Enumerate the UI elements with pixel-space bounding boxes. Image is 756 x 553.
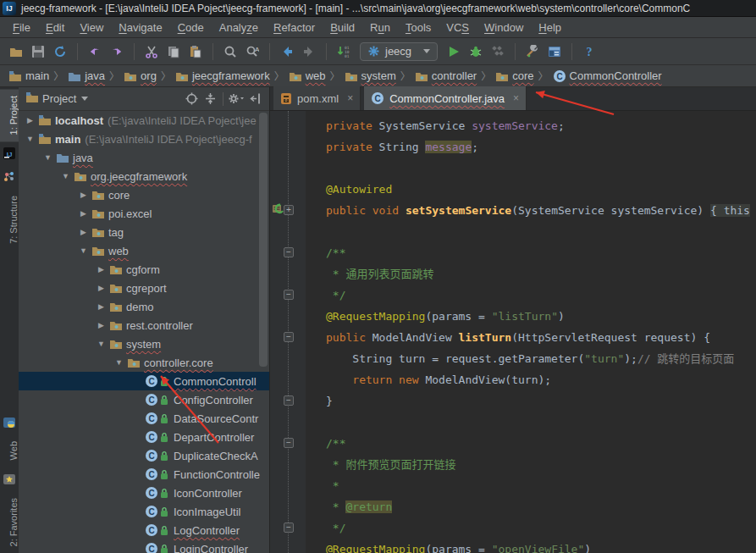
tree-expand-icon[interactable]: ▶: [93, 321, 109, 329]
run-button[interactable]: [443, 41, 465, 63]
fold-collapse-icon[interactable]: −: [284, 523, 294, 533]
column-sort-button[interactable]: 011001: [333, 41, 355, 63]
tab-pom-xml[interactable]: opom.xml×: [273, 86, 361, 110]
tree-row-functioncontrolle[interactable]: CFunctionControlle: [19, 465, 269, 484]
breadcrumb-web[interactable]: web: [289, 69, 326, 82]
tree-expand-icon[interactable]: ▼: [40, 153, 56, 162]
breadcrumb-org[interactable]: org: [124, 69, 157, 82]
forward-button[interactable]: [298, 41, 320, 63]
fold-collapse-icon[interactable]: −: [284, 332, 294, 342]
tree-row-iconimageutil[interactable]: CIconImageUtil: [19, 502, 269, 521]
debug-button[interactable]: [465, 41, 487, 63]
find-button[interactable]: [219, 41, 241, 63]
tree-row-datasourcecontr[interactable]: CDataSourceContr: [19, 409, 269, 428]
tree-row-localhost[interactable]: ▶localhost(E:\java\InteliJ IDEA Poject\j…: [19, 111, 269, 130]
tree-expand-icon[interactable]: ▼: [22, 135, 38, 143]
web-icon[interactable]: [3, 416, 16, 429]
breadcrumb-controller[interactable]: controller: [415, 69, 477, 82]
tree-row-iconcontroller[interactable]: CIconController: [19, 484, 269, 502]
menu-build[interactable]: Build: [323, 17, 362, 38]
menu-view[interactable]: View: [72, 17, 111, 38]
menu-analyze[interactable]: Analyze: [212, 17, 266, 38]
tree-row-cgform[interactable]: ▶cgform: [19, 260, 269, 279]
menu-window[interactable]: Window: [477, 17, 531, 38]
tab-commoncontroller-java[interactable]: CCommonController.java×: [364, 86, 527, 110]
open-button[interactable]: [5, 41, 27, 63]
project-scrollbar[interactable]: [259, 113, 268, 367]
undo-button[interactable]: [84, 41, 106, 63]
menu-run[interactable]: Run: [362, 17, 398, 38]
menu-navigate[interactable]: Navigate: [111, 17, 169, 38]
menu-edit[interactable]: Edit: [38, 17, 72, 38]
editor-body[interactable]: +−−−−−− private SystemService systemServ…: [270, 111, 756, 553]
menu-code[interactable]: Code: [170, 17, 212, 38]
help-button[interactable]: ?: [578, 41, 600, 63]
tree-row-logincontroller[interactable]: CLoginController: [19, 539, 269, 553]
fold-collapse-icon[interactable]: −: [284, 438, 294, 448]
tree-expand-icon[interactable]: ▶: [75, 228, 91, 236]
close-icon[interactable]: ×: [513, 92, 519, 104]
menu-help[interactable]: Help: [531, 17, 569, 38]
tree-row-web[interactable]: ▼web: [19, 241, 269, 260]
tree-expand-icon[interactable]: ▼: [75, 246, 91, 255]
tree-row-main[interactable]: ▼main(E:\java\InteliJ IDEA Poject\jeecg-…: [19, 130, 269, 148]
close-icon[interactable]: ×: [347, 92, 353, 104]
structure-icon[interactable]: [3, 170, 16, 184]
save-button[interactable]: [27, 41, 49, 63]
intellij-logo-icon[interactable]: IJ: [3, 147, 16, 160]
tree-row-commoncontroll[interactable]: CCommonControll: [19, 372, 269, 390]
settings-button[interactable]: [521, 41, 544, 63]
collapse-all-button[interactable]: [201, 90, 219, 108]
tree-row-rest-controller[interactable]: ▶rest.controller: [19, 316, 269, 335]
chevron-down-icon[interactable]: [81, 97, 88, 101]
hide-panel-button[interactable]: [246, 90, 264, 108]
fold-collapse-icon[interactable]: −: [284, 247, 294, 257]
favorites-icon[interactable]: [3, 473, 16, 486]
breadcrumb-commoncontroller[interactable]: CCommonController: [553, 69, 662, 83]
tree-row-logcontroller[interactable]: CLogController: [19, 521, 269, 539]
spring-bean-icon[interactable]: [272, 203, 285, 217]
coverage-button[interactable]: [487, 41, 509, 63]
replace-button[interactable]: A: [241, 41, 263, 63]
tree-row-configcontroller[interactable]: CConfigController: [19, 390, 269, 409]
menu-vcs[interactable]: VCS: [439, 17, 477, 38]
tool-window-button-structure[interactable]: 7: Structure: [0, 189, 19, 251]
project-structure-button[interactable]: [544, 41, 566, 63]
tree-row-departcontroller[interactable]: CDepartController: [19, 428, 269, 446]
tree-row-tag[interactable]: ▶tag: [19, 223, 269, 241]
tree-expand-icon[interactable]: ▶: [93, 265, 109, 274]
copy-button[interactable]: [163, 41, 185, 63]
project-panel-title[interactable]: Project: [42, 92, 76, 105]
tree-row-system[interactable]: ▼system: [19, 335, 269, 353]
tree-row-demo[interactable]: ▶demo: [19, 297, 269, 316]
fold-collapse-icon[interactable]: −: [284, 395, 294, 406]
tree-expand-icon[interactable]: ▼: [111, 358, 127, 367]
menu-tools[interactable]: Tools: [398, 17, 439, 38]
tree-row-cgreport[interactable]: ▶cgreport: [19, 279, 269, 297]
menu-refactor[interactable]: Refactor: [266, 17, 323, 38]
fold-collapse-icon[interactable]: −: [284, 290, 294, 300]
tool-window-button-project[interactable]: 1: Project: [0, 89, 19, 141]
tree-expand-icon[interactable]: ▶: [93, 302, 109, 311]
cut-button[interactable]: [141, 41, 163, 63]
tree-expand-icon[interactable]: ▶: [75, 209, 91, 218]
tree-row-duplicatechecka[interactable]: CDuplicateCheckA: [19, 446, 269, 465]
locate-button[interactable]: [182, 90, 201, 108]
redo-button[interactable]: [106, 41, 128, 63]
breadcrumb-java[interactable]: java: [68, 69, 105, 82]
tree-row-poi-excel[interactable]: ▶poi.excel: [19, 204, 269, 223]
tree-row-core[interactable]: ▶core: [19, 185, 269, 204]
breadcrumb-system[interactable]: system: [345, 69, 396, 82]
project-views-icon[interactable]: [25, 91, 39, 107]
tree-expand-icon[interactable]: ▶: [93, 284, 109, 292]
gear-dropdown-button[interactable]: [227, 90, 246, 108]
back-button[interactable]: [276, 41, 298, 63]
code-view[interactable]: private SystemService systemService;priv…: [306, 111, 756, 553]
tree-row-org-jeecgframework[interactable]: ▼org.jeecgframework: [19, 167, 269, 185]
breadcrumb-core[interactable]: core: [495, 69, 533, 82]
paste-button[interactable]: [185, 41, 207, 63]
breadcrumb-main[interactable]: main: [8, 69, 49, 82]
tool-window-button-web[interactable]: Web: [0, 434, 19, 467]
tree-expand-icon[interactable]: ▼: [93, 340, 109, 348]
tree-expand-icon[interactable]: ▶: [75, 191, 91, 199]
